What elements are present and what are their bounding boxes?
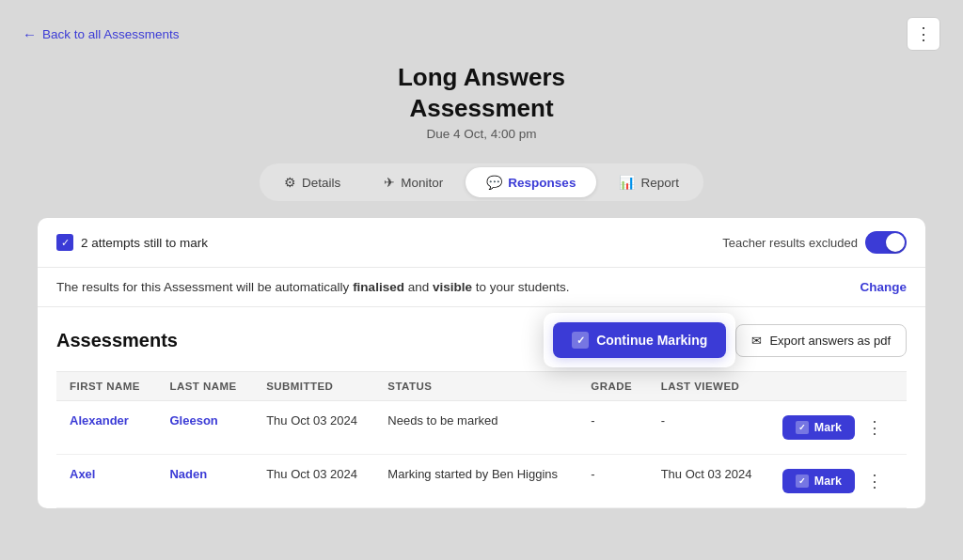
tab-responses-label: Responses [508,176,576,190]
tab-report[interactable]: 📊 Report [598,167,700,197]
export-label: Export answers as pdf [769,334,891,348]
row2-mark-label: Mark [814,474,842,488]
assessments-actions: ✓ Continue Marking ✉ Export answers as p… [553,322,907,358]
top-nav: ← Back to all Assessments ⋮ [0,0,963,51]
teacher-results-label: Teacher results excluded [722,236,858,250]
attempts-bar: ✓ 2 attempts still to mark Teacher resul… [38,218,925,268]
col-status: STATUS [374,372,577,401]
assessments-table: FIRST NAME LAST NAME SUBMITTED STATUS GR… [56,371,907,508]
table-row: Alexander Gleeson Thu Oct 03 2024 Needs … [56,401,907,455]
tab-details[interactable]: ⚙ Details [263,167,361,197]
change-link[interactable]: Change [860,280,907,294]
row1-actions: ✓ Mark ⋮ [769,401,907,455]
col-last-name: LAST NAME [156,372,253,401]
continue-marking-check-icon: ✓ [572,332,589,349]
mark-check-icon: ✓ [796,474,809,488]
tab-nav-inner: ⚙ Details ✈ Monitor 💬 Responses 📊 Report [260,163,703,201]
tab-nav: ⚙ Details ✈ Monitor 💬 Responses 📊 Report [0,163,963,201]
attempts-left: ✓ 2 attempts still to mark [56,234,208,251]
continue-marking-wrapper: ✓ Continue Marking [553,322,726,358]
row1-submitted: Thu Oct 03 2024 [253,401,374,455]
col-first-name: FIRST NAME [56,372,156,401]
tab-monitor[interactable]: ✈ Monitor [363,167,464,197]
col-submitted: SUBMITTED [253,372,374,401]
row2-mark-button[interactable]: ✓ Mark [782,469,855,493]
assessment-title: Long Answers Assessment [0,62,963,123]
row2-actions: ✓ Mark ⋮ [769,455,907,508]
info-text: The results for this Assessment will be … [56,280,570,294]
row1-more-button[interactable]: ⋮ [860,413,889,442]
row2-grade: - [577,455,647,508]
back-arrow-icon: ← [23,26,37,42]
col-actions [769,372,907,401]
row1-mark-label: Mark [814,421,842,434]
attempts-checkbox-icon: ✓ [56,234,73,251]
row2-status: Marking started by Ben Higgins [374,455,577,508]
continue-marking-label: Continue Marking [596,333,707,348]
row1-last-name[interactable]: Gleeson [156,401,253,455]
col-last-viewed: LAST VIEWED [648,372,769,401]
assessments-section: Assessments ✓ Continue Marking ✉ Export … [38,307,925,508]
tab-monitor-label: Monitor [401,176,443,190]
row1-grade: - [577,401,647,455]
row1-status: Needs to be marked [374,401,577,455]
table-row: Axel Naden Thu Oct 03 2024 Marking start… [56,455,907,508]
back-to-assessments-link[interactable]: ← Back to all Assessments [23,26,180,42]
back-label: Back to all Assessments [42,27,180,41]
row2-submitted: Thu Oct 03 2024 [253,455,374,508]
teacher-results-section: Teacher results excluded [722,231,907,254]
col-grade: GRADE [577,372,647,401]
row1-mark-button[interactable]: ✓ Mark [782,415,855,440]
more-options-button[interactable]: ⋮ [907,17,940,51]
content-area: ✓ 2 attempts still to mark Teacher resul… [38,218,925,508]
assessments-header: Assessments ✓ Continue Marking ✉ Export … [56,322,907,358]
gear-icon: ⚙ [284,175,296,190]
assessments-section-title: Assessments [56,330,178,351]
monitor-icon: ✈ [384,175,395,190]
row1-last-viewed: - [648,401,769,455]
tab-details-label: Details [302,176,340,190]
row1-first-name[interactable]: Alexander [56,401,156,455]
envelope-icon: ✉ [751,334,762,348]
report-icon: 📊 [619,175,635,190]
row2-last-viewed: Thu Oct 03 2024 [648,455,769,508]
teacher-results-toggle[interactable] [865,231,907,254]
tab-responses[interactable]: 💬 Responses [466,167,596,197]
row2-first-name[interactable]: Axel [56,455,156,508]
info-bar: The results for this Assessment will be … [38,268,925,307]
title-area: Long Answers Assessment Due 4 Oct, 4:00 … [0,51,963,147]
export-pdf-button[interactable]: ✉ Export answers as pdf [735,324,907,357]
mark-check-icon: ✓ [796,421,809,434]
attempts-count-label: 2 attempts still to mark [81,236,208,250]
continue-marking-button[interactable]: ✓ Continue Marking [553,322,726,358]
row2-more-button[interactable]: ⋮ [860,467,889,495]
due-date: Due 4 Oct, 4:00 pm [0,127,963,141]
toggle-knob [886,233,905,252]
row2-last-name[interactable]: Naden [156,455,253,508]
page-wrapper: ← Back to all Assessments ⋮ Long Answers… [0,0,963,560]
responses-icon: 💬 [486,175,502,190]
tab-report-label: Report [640,176,679,190]
